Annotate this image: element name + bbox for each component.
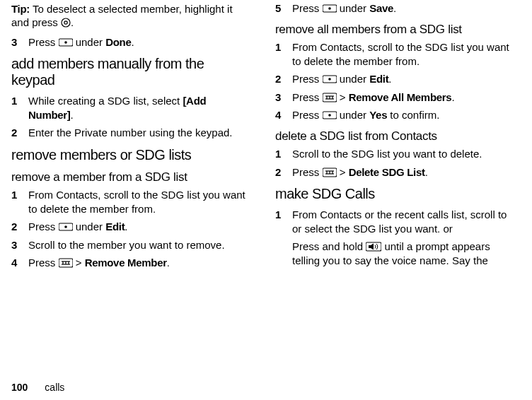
step-body: Enter the Private number using the keypa… [28, 126, 247, 140]
text: Press [292, 73, 323, 85]
step-body: Press under Yes to confirm. [292, 108, 511, 122]
heading-make-sdg-calls: make SDG Calls [275, 186, 511, 202]
tip-suffix: . [71, 16, 74, 28]
tip-paragraph: Tip: To deselect a selected member, high… [11, 3, 247, 30]
done-label: Done [105, 36, 131, 48]
text: . [425, 166, 428, 178]
step-body: Scroll to the SDG list you want to delet… [292, 147, 511, 161]
step-number: 1 [275, 40, 292, 68]
step-body: Press > Delete SDG List. [292, 165, 511, 180]
right-column: 5 Press under Save. remove all members f… [275, 3, 511, 376]
step-number: 4 [11, 256, 28, 270]
step-body: Scroll to the member you want to remove. [28, 238, 247, 252]
step-body: Press under Save. [292, 1, 511, 16]
step-5-save: 5 Press under Save. [275, 1, 511, 16]
step-number: 5 [275, 1, 292, 16]
text: Press [28, 220, 59, 233]
remove-member-label: Remove Member [85, 257, 167, 269]
softkey-icon [59, 37, 73, 47]
text: Press [292, 91, 323, 103]
step-body: Press under Edit. [292, 72, 511, 86]
step-body: From Contacts or the recent calls list, … [292, 208, 511, 235]
step-number: 1 [11, 94, 28, 122]
edit-label: Edit [105, 220, 125, 233]
heading-remove-members: remove members or SDG lists [11, 147, 247, 163]
text: . [132, 36, 134, 48]
menu-icon [59, 258, 73, 268]
step-3-scroll-member: 3 Scroll to the member you want to remov… [11, 238, 247, 252]
subheading-remove-member: remove a member from a SDG list [11, 170, 247, 184]
text: . [451, 91, 454, 103]
step-number: 3 [11, 238, 28, 252]
save-label: Save [369, 2, 393, 14]
step-number: 2 [11, 126, 28, 140]
text: under [73, 220, 106, 233]
step-number: 3 [275, 90, 292, 105]
step-2-delete-sdg-list: 2 Press > Delete SDG List. [275, 165, 511, 180]
step-4-confirm-yes: 4 Press under Yes to confirm. [275, 108, 511, 122]
step-body: From Contacts, scroll to the SDG list yo… [28, 188, 247, 216]
step-number: 1 [11, 188, 28, 216]
remove-all-label: Remove All Members [349, 91, 452, 103]
step-number: 2 [275, 165, 292, 180]
tip-label: Tip: [11, 3, 33, 15]
text: Press [292, 109, 323, 121]
text: . [71, 109, 74, 121]
softkey-icon [323, 4, 337, 13]
step-body: Press > Remove Member. [28, 256, 247, 270]
step-1-make-call: 1 From Contacts or the recent calls list… [275, 208, 511, 235]
page-footer: 100 calls [11, 376, 511, 400]
text: . [167, 257, 170, 269]
step-body: While creating a SDG list, select [Add N… [28, 94, 247, 122]
step-2-enter-private: 2 Enter the Private number using the key… [11, 126, 247, 140]
step-number: 4 [275, 108, 292, 122]
step-1-scroll-delete: 1 Scroll to the SDG list you want to del… [275, 147, 511, 161]
text: Press [292, 166, 323, 178]
step-body: From Contacts, scroll to the SDG list yo… [292, 40, 511, 68]
text: under [337, 109, 370, 121]
step-number: 2 [275, 72, 292, 86]
heading-add-members-manually: add members manually from the keypad [11, 56, 247, 88]
step-1-add-number: 1 While creating a SDG list, select [Add… [11, 94, 247, 122]
step-body: Press under Edit. [28, 220, 247, 234]
text: under [73, 36, 106, 48]
text: > [73, 257, 85, 269]
step-number: 2 [11, 220, 28, 234]
text: under [337, 2, 370, 14]
menu-icon [323, 167, 337, 177]
subheading-delete-list: delete a SDG list from Contacts [275, 129, 511, 143]
step-number: 1 [275, 208, 292, 235]
softkey-icon [323, 110, 337, 120]
delete-sdg-label: Delete SDG List [349, 166, 425, 178]
step-body: Press under Done. [28, 35, 247, 49]
voice-prompt-paragraph: Press and hold until a prompt appears te… [292, 240, 511, 267]
step-2-press-edit-all: 2 Press under Edit. [275, 72, 511, 86]
ok-icon [61, 18, 71, 28]
step-3-done: 3 Press under Done. [11, 35, 247, 49]
text: . [393, 2, 396, 14]
step-number: 3 [11, 35, 28, 49]
subheading-remove-all: remove all members from a SDG list [275, 23, 511, 37]
text: > [337, 166, 349, 178]
step-1-from-contacts-all: 1 From Contacts, scroll to the SDG list … [275, 40, 511, 68]
tip-text: To deselect a selected member, highlight… [11, 3, 233, 28]
page-number: 100 [11, 382, 28, 393]
edit-label: Edit [369, 73, 388, 85]
text: Press [292, 2, 323, 14]
text: While creating a SDG list, select [28, 95, 183, 107]
speaker-icon [366, 242, 381, 252]
yes-label: Yes [369, 109, 387, 121]
text: > [337, 91, 349, 103]
footer-section: calls [45, 382, 64, 393]
step-2-press-edit: 2 Press under Edit. [11, 220, 247, 234]
step-4-remove-member: 4 Press > Remove Member. [11, 256, 247, 270]
step-body: Press > Remove All Members. [292, 90, 511, 105]
text: Press and hold [292, 240, 366, 252]
text: Press [28, 36, 59, 48]
step-3-remove-all-members: 3 Press > Remove All Members. [275, 90, 511, 105]
text: . [388, 73, 391, 85]
text: Press [28, 257, 59, 269]
step-1-from-contacts: 1 From Contacts, scroll to the SDG list … [11, 188, 247, 216]
text: to confirm. [387, 109, 439, 121]
left-column: Tip: To deselect a selected member, high… [11, 3, 247, 376]
